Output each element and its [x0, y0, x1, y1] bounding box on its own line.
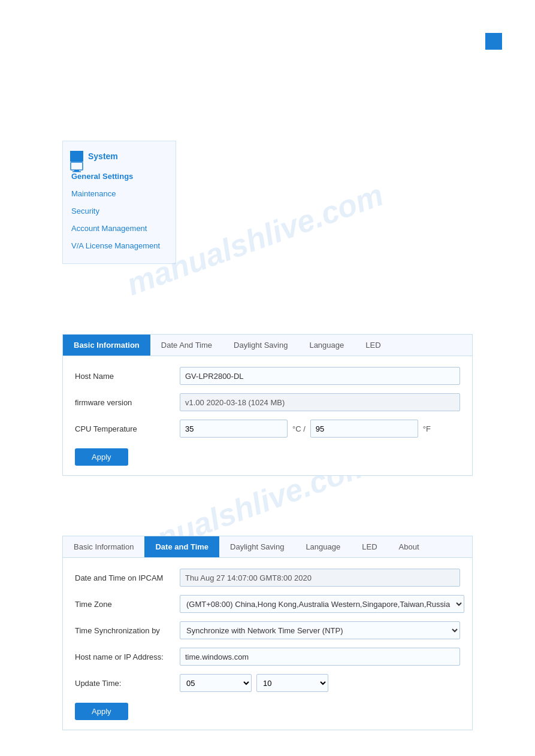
host-name-input[interactable] [180, 367, 460, 385]
tab2-date-and-time[interactable]: Date and Time [144, 536, 219, 557]
timezone-row: Time Zone (GMT+08:00) China,Hong Kong,Au… [75, 595, 460, 613]
panel-date-and-time: Basic Information Date and Time Daylight… [62, 536, 473, 730]
sidebar-title: System [88, 151, 118, 161]
firmware-version-input [180, 393, 460, 411]
panel1-apply-button[interactable]: Apply [75, 448, 128, 466]
cpu-temperature-label: CPU Temperature [75, 424, 180, 433]
cpu-temperature-row: CPU Temperature °C / °F [75, 420, 460, 438]
update-time-selects: 0001020304050607080910111213141516171819… [180, 674, 328, 692]
cpu-temp-inputs: °C / °F [180, 420, 436, 438]
host-ip-label: Host name or IP Address: [75, 652, 180, 661]
time-sync-select[interactable]: Synchronize with Network Time Server (NT… [180, 621, 460, 639]
sidebar: System General Settings Maintenance Secu… [62, 141, 176, 264]
tab-led[interactable]: LED [355, 335, 391, 356]
sidebar-header: System [63, 147, 176, 168]
sidebar-item-account-management[interactable]: Account Management [63, 220, 176, 237]
datetime-ipcam-input [180, 569, 460, 587]
svg-rect-1 [74, 170, 79, 171]
cpu-temp-c-input [180, 420, 288, 438]
host-ip-row: Host name or IP Address: [75, 648, 460, 666]
tab2-about[interactable]: About [388, 536, 430, 557]
firmware-version-row: firmware version [75, 393, 460, 411]
timezone-select[interactable]: (GMT+08:00) China,Hong Kong,Australia We… [180, 595, 464, 613]
panel1-form: Host Name firmware version CPU Temperatu… [63, 356, 472, 475]
datetime-ipcam-row: Date and Time on IPCAM [75, 569, 460, 587]
host-name-row: Host Name [75, 367, 460, 385]
datetime-ipcam-label: Date and Time on IPCAM [75, 573, 180, 582]
time-sync-label: Time Synchronization by [75, 626, 180, 635]
cpu-temp-f-unit: °F [423, 424, 431, 433]
update-time-hour-select[interactable]: 0001020304050607080910111213141516171819… [180, 674, 252, 692]
tab2-led[interactable]: LED [351, 536, 388, 557]
sidebar-item-maintenance[interactable]: Maintenance [63, 185, 176, 202]
update-time-min-select[interactable]: 000510152025303540455055 [256, 674, 328, 692]
tab2-basic-information[interactable]: Basic Information [63, 536, 144, 557]
tab-date-and-time[interactable]: Date And Time [150, 335, 223, 356]
top-blue-square [485, 33, 502, 50]
svg-rect-2 [72, 171, 81, 172]
tab-daylight-saving[interactable]: Daylight Saving [223, 335, 298, 356]
sidebar-item-security[interactable]: Security [63, 202, 176, 220]
update-time-row: Update Time: 000102030405060708091011121… [75, 674, 460, 692]
system-icon [70, 151, 83, 162]
host-ip-input[interactable] [180, 648, 460, 666]
host-name-label: Host Name [75, 372, 180, 381]
timezone-label: Time Zone [75, 600, 180, 609]
svg-rect-0 [71, 162, 83, 170]
cpu-temp-f-input [310, 420, 418, 438]
tab2-daylight-saving[interactable]: Daylight Saving [219, 536, 295, 557]
panel2-apply-button[interactable]: Apply [75, 703, 128, 720]
tab2-language[interactable]: Language [295, 536, 351, 557]
tab-language[interactable]: Language [298, 335, 355, 356]
panel2-form: Date and Time on IPCAM Time Zone (GMT+08… [63, 558, 472, 730]
time-sync-row: Time Synchronization by Synchronize with… [75, 621, 460, 639]
panel1-tab-bar: Basic Information Date And Time Daylight… [63, 335, 472, 356]
firmware-version-label: firmware version [75, 398, 180, 407]
tab-basic-information[interactable]: Basic Information [63, 335, 150, 356]
panel-basic-information: Basic Information Date And Time Daylight… [62, 334, 473, 476]
cpu-temp-separator: °C / [292, 424, 306, 433]
update-time-label: Update Time: [75, 679, 180, 688]
panel2-tab-bar: Basic Information Date and Time Daylight… [63, 536, 472, 558]
sidebar-item-via-license-management[interactable]: V/A License Management [63, 237, 176, 254]
